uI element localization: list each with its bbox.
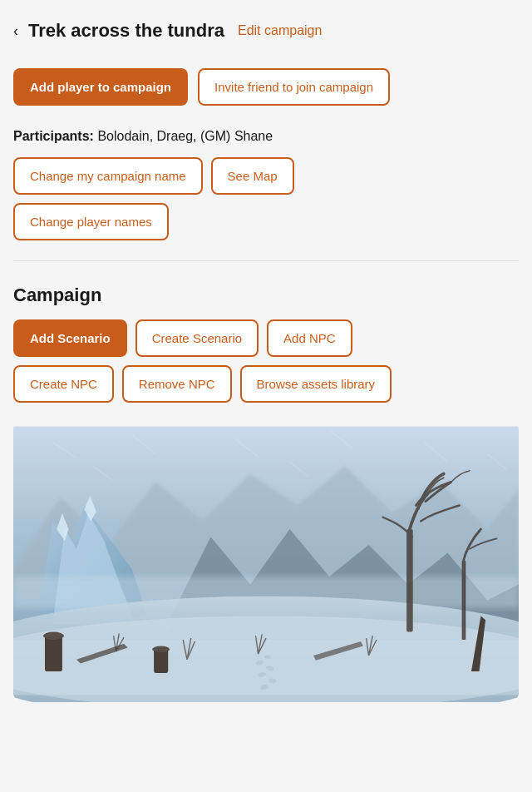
remove-npc-button[interactable]: Remove NPC: [122, 365, 232, 403]
participants-label: Participants:: [13, 129, 94, 143]
page-container: ‹ Trek across the tundra Edit campaign A…: [0, 0, 532, 792]
divider: [13, 260, 519, 261]
participants-section: Participants: Bolodain, Draeg, (GM) Shan…: [13, 129, 519, 240]
management-row-2: Change player names: [13, 203, 519, 240]
participants-text: Participants: Bolodain, Draeg, (GM) Shan…: [13, 129, 519, 144]
header: ‹ Trek across the tundra Edit campaign: [13, 13, 519, 48]
add-npc-button[interactable]: Add NPC: [267, 319, 352, 357]
participants-names: Bolodain, Draeg, (GM) Shane: [97, 129, 273, 143]
management-row-1: Change my campaign name See Map: [13, 157, 519, 195]
back-button[interactable]: ‹: [13, 22, 18, 40]
top-action-buttons-row: Add player to campaign Invite friend to …: [13, 68, 519, 106]
change-campaign-name-button[interactable]: Change my campaign name: [13, 157, 203, 195]
campaign-image: [13, 419, 519, 702]
page-title: Trek across the tundra: [28, 20, 224, 42]
tundra-svg: [13, 419, 519, 702]
invite-friend-button[interactable]: Invite friend to join campaign: [198, 68, 390, 106]
campaign-buttons-row-2: Create NPC Remove NPC Browse assets libr…: [13, 365, 519, 403]
change-player-names-button[interactable]: Change player names: [13, 203, 169, 240]
create-scenario-button[interactable]: Create Scenario: [135, 319, 259, 357]
campaign-section-title: Campaign: [13, 285, 519, 306]
create-npc-button[interactable]: Create NPC: [13, 365, 114, 403]
browse-assets-button[interactable]: Browse assets library: [240, 365, 392, 403]
back-icon: ‹: [13, 22, 18, 40]
add-scenario-button[interactable]: Add Scenario: [13, 319, 127, 357]
campaign-section: Campaign Add Scenario Create Scenario Ad…: [13, 285, 519, 403]
edit-campaign-link[interactable]: Edit campaign: [238, 23, 322, 38]
see-map-button[interactable]: See Map: [211, 157, 294, 195]
management-buttons: Change my campaign name See Map Change p…: [13, 157, 519, 240]
add-player-button[interactable]: Add player to campaign: [13, 68, 188, 106]
svg-rect-23: [13, 427, 519, 695]
campaign-buttons-row-1: Add Scenario Create Scenario Add NPC: [13, 319, 519, 357]
